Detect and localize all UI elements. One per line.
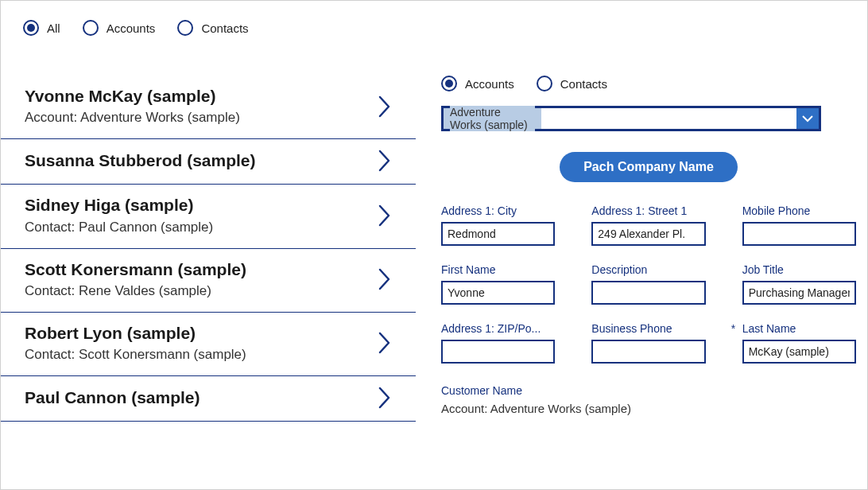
field-label: Address 1: Street 1 (591, 204, 705, 217)
field-zip: Address 1: ZIP/Po... (441, 322, 555, 364)
firstname-input[interactable] (441, 281, 555, 305)
action-row: Pach Company Name (441, 152, 856, 182)
chevron-right-icon (378, 149, 392, 173)
detail-filter-accounts[interactable]: Accounts (441, 76, 514, 91)
chevron-right-icon (378, 331, 392, 355)
list-item-sub: Contact: Scott Konersmann (sample) (25, 346, 378, 364)
record-list[interactable]: Yvonne McKay (sample)Account: Adventure … (1, 52, 416, 489)
radio-icon (23, 20, 39, 36)
field-jobtitle: Job Title (742, 263, 856, 305)
list-item-name: Paul Cannon (sample) (25, 387, 378, 409)
list-item-sub: Account: Adventure Works (sample) (25, 109, 378, 127)
radio-icon (83, 20, 99, 36)
list-item-name: Robert Lyon (sample) (25, 322, 378, 344)
list-item[interactable]: Scott Konersmann (sample)Contact: Rene V… (1, 249, 416, 313)
list-item-name: Yvonne McKay (sample) (25, 85, 378, 107)
field-busphone: Business Phone (591, 322, 705, 364)
app-frame: AllAccountsContacts Yvonne McKay (sample… (0, 0, 868, 490)
field-label: Description (591, 263, 705, 276)
content-area: Yvonne McKay (sample)Account: Adventure … (1, 52, 867, 489)
field-firstname: First Name (441, 263, 555, 305)
fields-grid: Address 1: CityAddress 1: Street 1Mobile… (441, 204, 856, 364)
detail-filter-bar: AccountsContacts (441, 76, 856, 91)
field-label: Mobile Phone (742, 204, 856, 217)
field-city: Address 1: City (441, 204, 555, 246)
radio-label: Contacts (201, 21, 248, 35)
top-filter-all[interactable]: All (23, 20, 60, 36)
top-filter-accounts[interactable]: Accounts (83, 20, 156, 36)
list-item[interactable]: Robert Lyon (sample)Contact: Scott Koner… (1, 313, 416, 376)
jobtitle-input[interactable] (742, 281, 856, 305)
detail-pane: AccountsContacts Adventure Works (sample… (416, 52, 867, 489)
pach-company-name-button[interactable]: Pach Company Name (560, 152, 738, 182)
account-select-value: Adventure Works (sample) (444, 108, 541, 129)
list-item-sub: Contact: Paul Cannon (sample) (25, 219, 378, 237)
chevron-right-icon (378, 267, 392, 291)
zip-input[interactable] (441, 340, 555, 364)
field-street1: Address 1: Street 1 (591, 204, 705, 246)
field-label: Address 1: City (441, 204, 555, 217)
top-filter-bar: AllAccountsContacts (1, 1, 867, 52)
customer-name-section: Customer Name Account: Adventure Works (… (441, 384, 856, 415)
description-input[interactable] (591, 281, 705, 305)
field-lastname: *Last Name (742, 322, 856, 364)
chevron-right-icon (378, 95, 392, 119)
lastname-input[interactable] (742, 340, 856, 364)
customer-name-label: Customer Name (441, 384, 856, 397)
radio-icon (177, 20, 193, 36)
field-label: First Name (441, 263, 555, 276)
radio-label: Accounts (107, 21, 156, 35)
radio-label: All (47, 21, 60, 35)
customer-name-value: Account: Adventure Works (sample) (441, 402, 856, 415)
required-star-icon: * (731, 322, 735, 335)
field-description: Description (591, 263, 705, 305)
top-filter-contacts[interactable]: Contacts (177, 20, 248, 36)
list-item[interactable]: Susanna Stubberod (sample) (1, 139, 416, 185)
list-item[interactable]: Paul Cannon (sample) (1, 376, 416, 422)
account-select[interactable]: Adventure Works (sample) (441, 106, 821, 131)
detail-filter-contacts[interactable]: Contacts (537, 76, 607, 91)
list-item-name: Sidney Higa (sample) (25, 194, 378, 216)
list-item-sub: Contact: Rene Valdes (sample) (25, 282, 378, 301)
list-item-name: Susanna Stubberod (sample) (25, 150, 378, 172)
field-label: Last Name (742, 322, 856, 335)
field-label: Business Phone (591, 322, 705, 335)
list-item-name: Scott Konersmann (sample) (25, 259, 378, 281)
field-label: Job Title (742, 263, 856, 276)
mobile-input[interactable] (742, 222, 856, 246)
chevron-down-icon[interactable] (796, 108, 819, 129)
street1-input[interactable] (591, 222, 705, 246)
chevron-right-icon (378, 386, 392, 410)
city-input[interactable] (441, 222, 555, 246)
chevron-right-icon (378, 204, 392, 228)
list-item[interactable]: Sidney Higa (sample)Contact: Paul Cannon… (1, 185, 416, 248)
list-item[interactable]: Yvonne McKay (sample)Account: Adventure … (1, 76, 416, 139)
radio-icon (441, 76, 457, 91)
busphone-input[interactable] (591, 340, 705, 364)
field-mobile: Mobile Phone (742, 204, 856, 246)
radio-label: Accounts (465, 77, 514, 91)
radio-icon (537, 76, 552, 91)
field-label: Address 1: ZIP/Po... (441, 322, 555, 335)
radio-label: Contacts (560, 77, 607, 91)
